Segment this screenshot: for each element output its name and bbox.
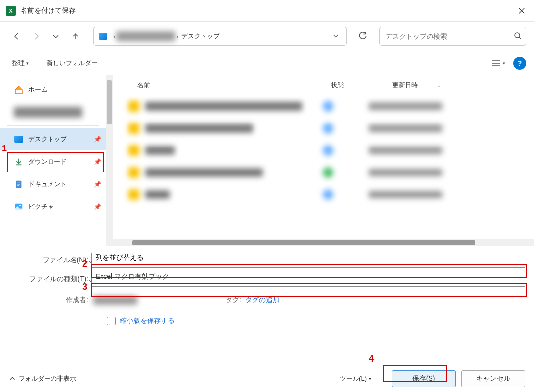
- download-icon: [14, 157, 24, 167]
- horizontal-scrollbar[interactable]: [113, 239, 534, 246]
- filetype-label: ファイルの種類(T):: [9, 275, 91, 284]
- sidebar-item-label: デスクトップ: [28, 135, 67, 144]
- close-button[interactable]: [509, 0, 534, 22]
- forward-button[interactable]: [27, 27, 45, 45]
- save-thumbnail-checkbox[interactable]: [107, 317, 116, 325]
- sidebar-item-pictures[interactable]: ピクチャ 📌: [0, 196, 106, 218]
- folder-tree: ホーム デスクトップ 📌 ダウンロード 📌: [0, 75, 106, 246]
- annotation-number: 2: [82, 259, 87, 269]
- sidebar-item-label: ホーム: [28, 85, 48, 94]
- author-label: 作成者:: [9, 296, 91, 305]
- title-bar: X 名前を付けて保存: [0, 0, 534, 22]
- svg-line-3: [519, 37, 521, 39]
- sidebar-item-downloads[interactable]: ダウンロード 📌: [0, 150, 106, 173]
- breadcrumb-separator-icon: ›: [112, 33, 116, 40]
- search-box[interactable]: [379, 27, 526, 46]
- chevron-up-icon: [9, 375, 16, 382]
- breadcrumb-separator-icon: ›: [175, 33, 179, 40]
- filename-label: ファイル名(N):: [9, 256, 91, 265]
- sidebar-item-blurred[interactable]: [0, 101, 106, 123]
- pictures-icon: [14, 202, 24, 212]
- excel-icon: X: [6, 6, 16, 16]
- tools-dropdown[interactable]: ツール(L) ▾: [340, 374, 371, 383]
- form-area: ファイル名(N): ⌄ ファイルの種類(T): Excel マクロ有効ブック ⌄…: [0, 246, 534, 325]
- nav-bar: › › デスクトップ: [0, 22, 534, 51]
- pin-icon: 📌: [94, 181, 101, 188]
- address-bar[interactable]: › › デスクトップ: [93, 27, 347, 46]
- refresh-button[interactable]: [354, 27, 372, 46]
- scrollbar-thumb[interactable]: [132, 240, 475, 245]
- toolbar: 整理 ▾ 新しいフォルダー ▾ ?: [0, 51, 534, 75]
- sidebar-item-documents[interactable]: ドキュメント 📌: [0, 173, 106, 196]
- search-icon[interactable]: [514, 32, 522, 41]
- window-title: 名前を付けて保存: [21, 6, 76, 15]
- column-date[interactable]: 更新日時 ⌄: [392, 81, 534, 90]
- breadcrumb-item[interactable]: デスクトップ: [179, 32, 222, 41]
- scrollbar-thumb[interactable]: [107, 80, 112, 124]
- filename-input[interactable]: ⌄: [91, 253, 525, 268]
- svg-point-2: [515, 33, 520, 38]
- help-button[interactable]: ?: [513, 57, 526, 70]
- document-icon: [14, 179, 24, 189]
- organize-menu[interactable]: 整理 ▾: [8, 57, 33, 70]
- breadcrumb-blurred: [116, 31, 175, 41]
- footer: フォルダーの非表示 ツール(L) ▾ 保存(S) キャンセル: [0, 365, 534, 392]
- new-folder-label: 新しいフォルダー: [47, 59, 98, 68]
- file-row[interactable]: [123, 161, 534, 183]
- save-button[interactable]: 保存(S): [392, 370, 456, 387]
- save-thumbnail-label: 縮小版を保存する: [120, 317, 175, 325]
- annotation-number: 1: [2, 144, 7, 154]
- sidebar-item-label: ピクチャ: [28, 202, 54, 211]
- address-history-dropdown[interactable]: [329, 32, 343, 41]
- recent-dropdown[interactable]: [47, 27, 65, 45]
- desktop-icon: [14, 134, 24, 144]
- sidebar-item-label: ドキュメント: [28, 180, 67, 189]
- new-folder-button[interactable]: 新しいフォルダー: [43, 57, 102, 70]
- up-button[interactable]: [67, 27, 84, 45]
- pin-icon: 📌: [94, 203, 101, 210]
- column-name[interactable]: 名前: [127, 81, 331, 90]
- sidebar: ホーム デスクトップ 📌 ダウンロード 📌: [0, 75, 113, 246]
- file-list[interactable]: [113, 95, 534, 237]
- home-icon: [14, 85, 24, 95]
- file-row[interactable]: [123, 183, 534, 205]
- file-row[interactable]: [123, 139, 534, 161]
- tools-label: ツール(L): [340, 374, 367, 383]
- hide-folders-toggle[interactable]: フォルダーの非表示: [9, 374, 76, 383]
- meta-row: 作成者: タグ: タグの追加: [9, 291, 525, 305]
- file-row[interactable]: [123, 95, 534, 117]
- column-headers: 名前 状態 更新日時 ⌄: [113, 75, 534, 95]
- cancel-button[interactable]: キャンセル: [461, 370, 525, 387]
- author-value-blurred: [93, 296, 137, 305]
- sidebar-item-label: ダウンロード: [28, 157, 67, 166]
- organize-label: 整理: [12, 59, 25, 68]
- svg-point-13: [19, 205, 21, 206]
- add-tag-link[interactable]: タグの追加: [245, 296, 280, 305]
- annotation-number: 4: [369, 354, 374, 364]
- back-button[interactable]: [8, 27, 25, 45]
- pin-icon: 📌: [94, 158, 101, 165]
- sort-indicator-icon: ⌄: [437, 83, 441, 88]
- sidebar-scrollbar[interactable]: [106, 75, 113, 246]
- view-mode-button[interactable]: ▾: [489, 56, 507, 70]
- pin-icon: 📌: [94, 136, 101, 143]
- sidebar-item-desktop[interactable]: デスクトップ 📌: [0, 128, 106, 150]
- chevron-down-icon[interactable]: ⌄: [88, 275, 521, 283]
- tag-label: タグ:: [226, 296, 241, 305]
- chevron-down-icon[interactable]: ⌄: [88, 256, 521, 264]
- thumbnail-row: 縮小版を保存する: [9, 305, 525, 325]
- file-row[interactable]: [123, 117, 534, 139]
- file-pane: 名前 状態 更新日時 ⌄: [113, 75, 534, 246]
- divider: [7, 125, 99, 126]
- location-icon: [99, 33, 107, 40]
- main-area: ホーム デスクトップ 📌 ダウンロード 📌: [0, 75, 534, 246]
- column-status[interactable]: 状態: [331, 81, 392, 90]
- filetype-select[interactable]: Excel マクロ有効ブック ⌄: [91, 272, 525, 287]
- annotation-number: 3: [82, 282, 87, 292]
- sidebar-item-home[interactable]: ホーム: [0, 78, 106, 101]
- search-input[interactable]: [385, 32, 514, 40]
- hide-folders-label: フォルダーの非表示: [19, 374, 76, 383]
